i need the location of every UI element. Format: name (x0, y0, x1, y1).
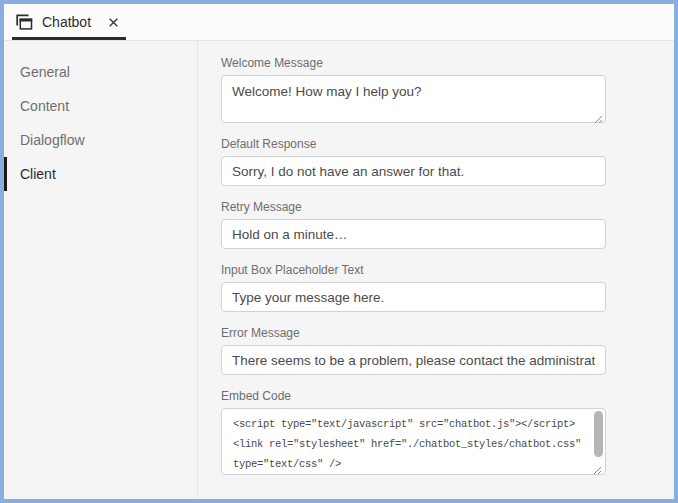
window-icon (16, 14, 33, 31)
app-body: General Content Dialogflow Client Welcom… (4, 41, 674, 498)
chatbot-config-window: Chatbot General Content Dialogflow Clien… (0, 0, 678, 503)
error-message-group: Error Message (221, 326, 606, 375)
welcome-message-group: Welcome Message Welcome! How may I help … (221, 56, 606, 123)
sidebar-item-content[interactable]: Content (4, 89, 197, 123)
input-placeholder-input[interactable] (221, 282, 606, 312)
embed-code-scrollbar-thumb[interactable] (594, 411, 603, 457)
welcome-message-textarea[interactable]: Welcome! How may I help you? (221, 75, 606, 123)
embed-code-textarea[interactable]: <script type="text/javascript" src="chat… (221, 408, 606, 475)
sidebar: General Content Dialogflow Client (4, 41, 198, 498)
sidebar-item-general[interactable]: General (4, 55, 197, 89)
tab-bar: Chatbot (4, 4, 674, 41)
input-placeholder-group: Input Box Placeholder Text (221, 263, 606, 312)
embed-code-label: Embed Code (221, 389, 606, 403)
embed-code-line: type="text/css" /> (233, 454, 594, 474)
welcome-message-label: Welcome Message (221, 56, 606, 70)
default-response-input[interactable] (221, 156, 606, 186)
default-response-label: Default Response (221, 137, 606, 151)
default-response-group: Default Response (221, 137, 606, 186)
textarea-resize-handle[interactable] (593, 110, 603, 120)
sidebar-item-dialogflow[interactable]: Dialogflow (4, 123, 197, 157)
retry-message-label: Retry Message (221, 200, 606, 214)
error-message-input[interactable] (221, 345, 606, 375)
embed-code-line: <script type="text/javascript" src="chat… (233, 414, 594, 434)
embed-code-line: <link rel="stylesheet" href="./chatbot_s… (233, 434, 594, 454)
sidebar-item-client[interactable]: Client (4, 157, 197, 191)
tab-label: Chatbot (42, 14, 91, 30)
error-message-label: Error Message (221, 326, 606, 340)
embed-code-group: Embed Code <script type="text/javascript… (221, 389, 606, 475)
tab-close-icon[interactable] (106, 15, 120, 29)
active-tab-indicator (12, 37, 126, 40)
retry-message-group: Retry Message (221, 200, 606, 249)
input-placeholder-label: Input Box Placeholder Text (221, 263, 606, 277)
tab-chatbot[interactable]: Chatbot (12, 4, 126, 40)
retry-message-input[interactable] (221, 219, 606, 249)
textarea-resize-handle[interactable] (592, 461, 602, 471)
client-settings-panel: Welcome Message Welcome! How may I help … (198, 41, 674, 498)
